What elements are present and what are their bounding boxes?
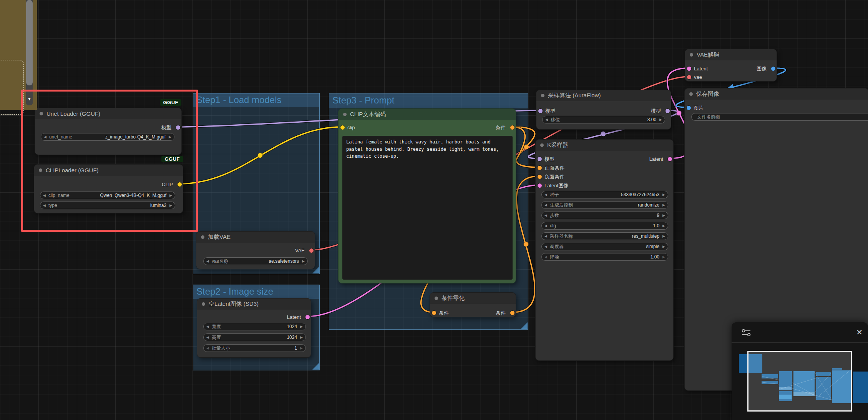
increment-arrow-icon[interactable]: ▶ [662, 224, 665, 228]
decrement-arrow-icon[interactable]: ◀ [544, 234, 547, 238]
collapse-dot-icon[interactable] [690, 53, 693, 57]
empty-latent-node[interactable]: 空Latent图像 (SD3)Latent◀宽度1024▶◀高度1024▶◀批量… [197, 298, 311, 358]
node-titlebar[interactable]: CLIP文本编码 [339, 109, 516, 120]
group-step3-header[interactable]: Step3 - Prompt [329, 94, 528, 108]
minimap-content[interactable] [732, 342, 868, 420]
decrement-arrow-icon[interactable]: ◀ [206, 346, 209, 350]
降噪-widget[interactable]: ◀降噪1.00▶ [541, 253, 668, 261]
生成后控制-widget[interactable]: ◀生成后控制randomize▶ [541, 201, 668, 209]
widget-value: 533303727624653 [621, 192, 659, 197]
increment-arrow-icon[interactable]: ▶ [302, 259, 305, 263]
node-titlebar[interactable]: 条件零化 [430, 293, 516, 304]
正面条件-input-port[interactable] [538, 166, 542, 170]
宽度-widget[interactable]: ◀宽度1024▶ [203, 323, 306, 330]
collapse-dot-icon[interactable] [343, 113, 347, 116]
调度器-widget[interactable]: ◀调度器simple▶ [541, 243, 668, 250]
node-titlebar[interactable]: VAE解码 [685, 49, 777, 60]
decrement-arrow-icon[interactable]: ◀ [206, 325, 209, 328]
collapse-dot-icon[interactable] [202, 302, 205, 306]
批量大小-widget[interactable]: ◀批量大小1▶ [203, 344, 306, 352]
Latent图像-input-port[interactable] [538, 183, 542, 188]
increment-arrow-icon[interactable]: ▶ [300, 335, 303, 339]
Latent-output-port[interactable] [668, 157, 672, 161]
vae-input-label: vae [694, 74, 702, 80]
步数-widget[interactable]: ◀步数9▶ [541, 212, 668, 219]
模型-input-port[interactable] [538, 109, 543, 113]
increment-arrow-icon[interactable]: ▶ [662, 234, 665, 238]
条件-output-port[interactable] [510, 125, 514, 130]
node-titlebar[interactable]: K采样器 [536, 140, 673, 151]
条件-output-label: 条件 [496, 125, 506, 130]
widget-label: 采样器名称 [550, 233, 573, 240]
Latent-input-port[interactable] [687, 67, 691, 71]
node-title-label: 加载VAE [208, 233, 231, 241]
collapse-dot-icon[interactable] [435, 297, 438, 300]
increment-arrow-icon[interactable]: ▶ [662, 203, 665, 207]
sliders-icon[interactable] [741, 328, 751, 338]
条件-input-port[interactable] [432, 311, 436, 315]
模型-output-port[interactable] [666, 109, 670, 113]
collapse-dot-icon[interactable] [201, 235, 204, 239]
increment-arrow-icon[interactable]: ▶ [662, 245, 665, 248]
collapse-dot-icon[interactable] [540, 143, 544, 147]
高度-widget[interactable]: ◀高度1024▶ [203, 333, 306, 341]
collapse-dot-icon[interactable] [541, 94, 544, 97]
node-title-label: VAE解码 [697, 51, 719, 58]
minimap-node-box [853, 372, 868, 403]
Latent-output-port[interactable] [305, 315, 310, 319]
node-graph-canvas[interactable]: Step1 - Load modelsStep2 - Image sizeSte… [0, 0, 868, 420]
scrollbar-thumb[interactable] [26, 0, 33, 85]
模型-input-port[interactable] [538, 157, 542, 161]
prompt-textarea[interactable]: Latina female with thick wavy hair, harb… [342, 136, 513, 280]
decrement-arrow-icon[interactable]: ◀ [545, 118, 548, 122]
decrement-arrow-icon[interactable]: ◀ [544, 255, 547, 259]
load-vae-node[interactable]: 加载VAEVAE◀vae名称ae.safetensors▶ [196, 231, 315, 269]
node-titlebar[interactable]: 空Latent图像 (SD3) [197, 298, 311, 310]
vae-decode-node[interactable]: VAE解码Latentvae图像 [685, 49, 777, 82]
decrement-arrow-icon[interactable]: ◀ [544, 213, 547, 217]
vae名称-widget[interactable]: ◀vae名称ae.safetensors▶ [203, 257, 308, 265]
采样器名称-widget[interactable]: ◀采样器名称res_multistep▶ [541, 232, 668, 240]
increment-arrow-icon[interactable]: ▶ [662, 255, 665, 259]
increment-arrow-icon[interactable]: ▶ [300, 346, 303, 350]
VAE-output-port[interactable] [309, 248, 314, 253]
decrement-arrow-icon[interactable]: ◀ [206, 259, 209, 263]
clip-text-encode-node[interactable]: CLIP文本编码clip条件Latina female with thick w… [338, 108, 516, 283]
cfg-widget[interactable]: ◀cfg1.0▶ [541, 222, 668, 230]
ksampler-node[interactable]: K采样器模型正面条件负面条件Latent图像Latent◀种子533303727… [535, 139, 674, 361]
group-step2-header[interactable]: Step2 - Image size [193, 285, 319, 299]
图片-input-port[interactable] [687, 106, 691, 110]
model-sampling-node[interactable]: 采样算法 (AuraFlow)模型模型◀移位3.00▶ [536, 90, 671, 130]
cond-zero-node[interactable]: 条件零化条件条件 [430, 292, 516, 317]
increment-arrow-icon[interactable]: ▶ [659, 118, 662, 122]
group-resize-handle[interactable] [521, 322, 528, 329]
decrement-arrow-icon[interactable]: ◀ [544, 245, 547, 248]
decrement-arrow-icon[interactable]: ◀ [544, 203, 547, 207]
minimap-close-button[interactable]: ✕ [856, 327, 863, 338]
group-title: Step3 - Prompt [329, 94, 528, 107]
decrement-arrow-icon[interactable]: ◀ [544, 224, 547, 228]
node-titlebar[interactable]: 加载VAE [196, 232, 315, 243]
移位-widget[interactable]: ◀移位3.00▶ [542, 116, 665, 123]
increment-arrow-icon[interactable]: ▶ [300, 325, 303, 328]
link-midpoint-dot [601, 132, 606, 137]
decrement-arrow-icon[interactable]: ◀ [206, 335, 209, 339]
条件-input-label: 条件 [439, 310, 449, 316]
increment-arrow-icon[interactable]: ▶ [662, 193, 665, 197]
文件名前缀-widget[interactable]: 文件名前缀 [691, 113, 868, 121]
图像-output-port[interactable] [771, 67, 775, 71]
负面条件-input-port[interactable] [538, 175, 542, 179]
node-titlebar[interactable]: 采样算法 (AuraFlow) [536, 90, 671, 101]
clip-input-port[interactable] [340, 125, 345, 130]
node-titlebar[interactable]: 保存图像 [685, 88, 868, 100]
种子-widget[interactable]: ◀种子533303727624653▶ [541, 191, 668, 198]
group-resize-handle[interactable] [312, 363, 319, 370]
vae-input-port[interactable] [687, 75, 691, 79]
collapse-dot-icon[interactable] [689, 92, 693, 96]
条件-output-port[interactable] [510, 311, 514, 315]
group-step1-header[interactable]: Step1 - Load models [193, 93, 319, 107]
decrement-arrow-icon[interactable]: ◀ [544, 193, 547, 197]
increment-arrow-icon[interactable]: ▶ [662, 213, 665, 217]
minimap-viewport[interactable] [747, 351, 852, 412]
highlight-rectangle [21, 90, 198, 232]
